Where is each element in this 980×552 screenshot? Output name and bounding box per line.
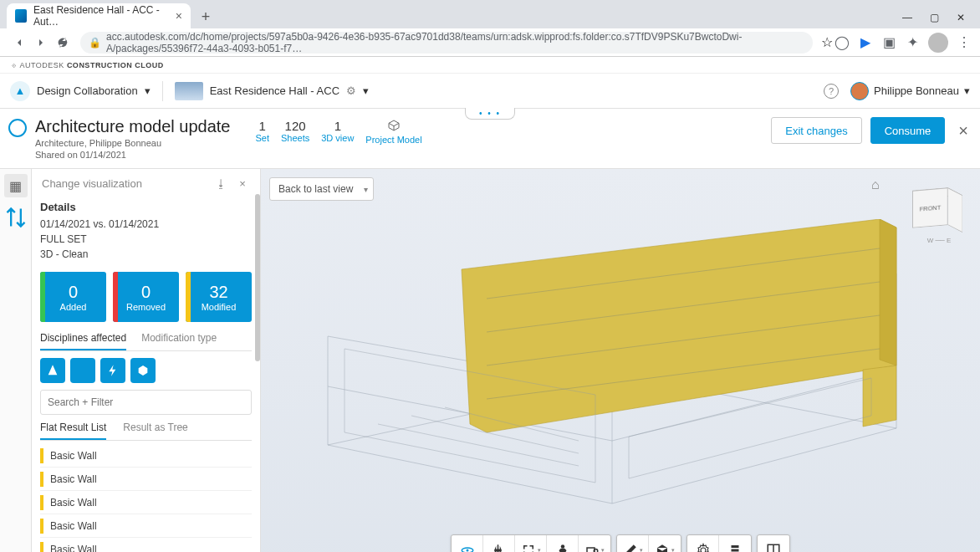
svg-point-8 bbox=[594, 549, 598, 553]
result-item[interactable]: Basic Wall bbox=[40, 468, 252, 491]
result-item[interactable]: Basic Wall bbox=[40, 444, 252, 468]
back-button[interactable] bbox=[8, 32, 30, 54]
svg-rect-10 bbox=[732, 549, 739, 552]
first-person-button[interactable] bbox=[547, 535, 579, 552]
ext-puzzle-icon[interactable]: ✦ bbox=[905, 35, 920, 50]
tab-title: East Residence Hall - ACC - Aut… bbox=[33, 4, 169, 28]
brand-product: CONSTRUCTION CLOUD bbox=[67, 61, 164, 69]
tab-flat-list[interactable]: Flat Result List bbox=[40, 422, 106, 440]
disc-architecture-icon[interactable] bbox=[40, 358, 65, 383]
new-tab-button[interactable]: + bbox=[194, 5, 217, 28]
disc-mechanical-icon[interactable] bbox=[130, 358, 156, 383]
project-gear-icon: ⚙ bbox=[346, 84, 356, 97]
added-card[interactable]: 0Added bbox=[40, 272, 106, 322]
detail-dates: 01/14/2021 vs. 01/14/2021 bbox=[40, 217, 252, 232]
tab-disciplines[interactable]: Disciplines affected bbox=[40, 332, 126, 350]
tab-close-icon[interactable]: × bbox=[176, 9, 182, 23]
address-bar: 🔒 acc.autodesk.com/dc/home/projects/597a… bbox=[0, 28, 980, 57]
stat-set[interactable]: 1Set bbox=[255, 119, 269, 145]
model-viewport[interactable]: Back to last view ⌂ TOP FRONT W ── E bbox=[261, 169, 980, 552]
disc-electrical-icon[interactable] bbox=[100, 358, 125, 383]
split-view-button[interactable] bbox=[758, 535, 789, 552]
camera-button[interactable]: ▾ bbox=[579, 535, 610, 552]
tab-modification-type[interactable]: Modification type bbox=[141, 332, 217, 350]
stat-project-model[interactable]: Project Model bbox=[365, 119, 421, 145]
module-switcher[interactable]: ▲ Design Collaboration ▾ bbox=[10, 81, 151, 101]
disc-structural-icon[interactable] bbox=[70, 358, 95, 383]
meta-shared: Shared on 01/14/2021 bbox=[35, 150, 230, 160]
compare-button[interactable] bbox=[4, 206, 28, 229]
svg-rect-9 bbox=[732, 545, 739, 548]
settings-button[interactable] bbox=[687, 535, 719, 552]
chrome-menu-icon[interactable]: ⋮ bbox=[957, 35, 972, 50]
changes-panel-button[interactable]: ▦ bbox=[4, 174, 28, 197]
brand-strip: ⟐ AUTODESK CONSTRUCTION CLOUD bbox=[0, 57, 980, 74]
meta-author: Architecture, Philippe Bonneau bbox=[35, 138, 230, 148]
separator bbox=[162, 81, 163, 101]
close-window-button[interactable]: ✕ bbox=[955, 12, 967, 23]
project-thumb-icon bbox=[175, 82, 203, 100]
compare-icon bbox=[4, 206, 28, 229]
module-label: Design Collaboration bbox=[37, 84, 138, 97]
stat-3dview[interactable]: 13D view bbox=[321, 119, 354, 145]
home-view-button[interactable]: ⌂ bbox=[871, 177, 888, 194]
zoom-button[interactable]: ▾ bbox=[515, 535, 547, 552]
url-field[interactable]: 🔒 acc.autodesk.com/dc/home/projects/597a… bbox=[80, 32, 813, 54]
url-text: acc.autodesk.com/dc/home/projects/597a5b… bbox=[106, 31, 804, 54]
user-name: Philippe Bonneau bbox=[874, 84, 959, 97]
section-button[interactable]: ▾ bbox=[649, 535, 681, 552]
result-item[interactable]: Basic Wall bbox=[40, 514, 252, 538]
modified-card[interactable]: 32Modified bbox=[186, 272, 252, 322]
user-menu[interactable]: Philippe Bonneau ▾ bbox=[850, 82, 970, 100]
user-avatar-icon bbox=[850, 82, 869, 100]
download-button[interactable]: ⭳ bbox=[213, 176, 228, 191]
left-rail: ▦ bbox=[0, 169, 32, 552]
search-filter-input[interactable] bbox=[40, 390, 252, 415]
back-to-last-view-button[interactable]: Back to last view bbox=[269, 177, 374, 201]
removed-card[interactable]: 0Removed bbox=[113, 272, 179, 322]
measure-button[interactable]: ▾ bbox=[617, 535, 649, 552]
consume-button[interactable]: Consume bbox=[870, 117, 946, 144]
cube-right-face[interactable] bbox=[948, 187, 962, 233]
cube-icon bbox=[387, 119, 401, 132]
collapse-handle[interactable]: • • • bbox=[465, 108, 515, 120]
stat-sheets[interactable]: 120Sheets bbox=[281, 119, 309, 145]
ext-play-icon[interactable]: ▶ bbox=[858, 35, 873, 50]
orbit-button[interactable] bbox=[452, 535, 483, 552]
model-render bbox=[278, 219, 947, 537]
extension-icons: ◯ ▶ ▣ ✦ ⋮ bbox=[835, 33, 972, 53]
project-name: East Residence Hall - ACC bbox=[210, 84, 339, 97]
minimize-button[interactable]: ― bbox=[901, 12, 913, 23]
panel-scrollbar[interactable] bbox=[255, 194, 260, 361]
ext-circle-icon[interactable]: ◯ bbox=[835, 35, 850, 50]
pan-button[interactable] bbox=[483, 535, 515, 552]
browser-tab[interactable]: East Residence Hall - ACC - Aut… × bbox=[7, 3, 191, 28]
tab-tree[interactable]: Result as Tree bbox=[123, 422, 187, 440]
panel-grid-icon: ▦ bbox=[9, 178, 22, 194]
detail-set: FULL SET bbox=[40, 232, 252, 247]
explode-button[interactable] bbox=[719, 535, 751, 552]
close-panel-icon[interactable]: × bbox=[235, 176, 250, 191]
reload-button[interactable] bbox=[52, 32, 74, 54]
viewer-toolbar: ▾ ▾ ▾ ▾ bbox=[451, 534, 790, 552]
exit-changes-button[interactable]: Exit changes bbox=[771, 117, 861, 144]
detail-view: 3D - Clean bbox=[40, 247, 252, 262]
chevron-down-icon: ▾ bbox=[964, 84, 970, 97]
maximize-button[interactable]: ▢ bbox=[928, 12, 940, 23]
help-button[interactable]: ? bbox=[824, 84, 839, 99]
profile-avatar-icon[interactable] bbox=[928, 33, 948, 53]
lock-icon: 🔒 bbox=[89, 37, 101, 49]
brand-company: AUTODESK bbox=[20, 61, 64, 69]
package-header: Architecture model update Architecture, … bbox=[0, 109, 980, 169]
module-icon: ▲ bbox=[10, 81, 30, 101]
result-item[interactable]: Basic Wall bbox=[40, 491, 252, 514]
project-switcher[interactable]: East Residence Hall - ACC ⚙ ▾ bbox=[175, 82, 369, 100]
star-icon[interactable]: ☆ bbox=[819, 35, 835, 50]
result-item[interactable]: Basic Wall bbox=[40, 538, 252, 552]
forward-button[interactable] bbox=[30, 32, 52, 54]
browser-tab-bar: East Residence Hall - ACC - Aut… × + ― ▢… bbox=[0, 0, 980, 28]
svg-point-6 bbox=[560, 544, 564, 549]
ext-square-icon[interactable]: ▣ bbox=[881, 35, 896, 50]
close-panel-button[interactable]: × bbox=[958, 121, 968, 141]
favicon-icon bbox=[15, 9, 27, 23]
